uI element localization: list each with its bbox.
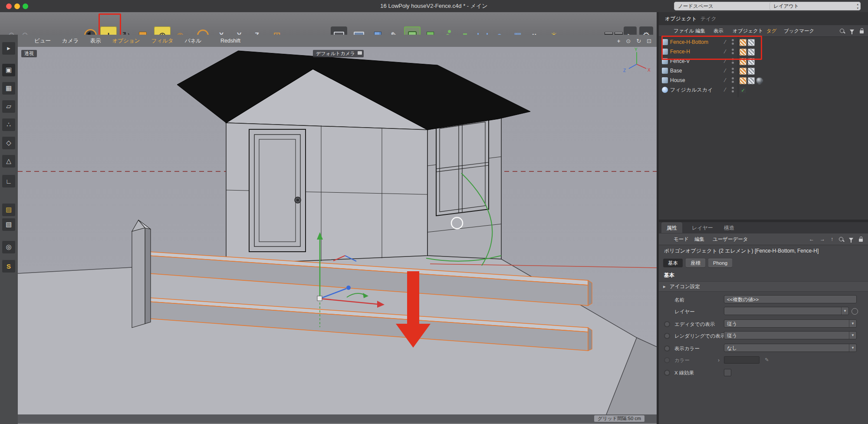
visibility-toggles[interactable] [732, 58, 734, 65]
nodespace-dropdown[interactable]: ノードスペース ▴▾ [674, 2, 776, 10]
object-row[interactable]: Fence-V ⁄ [659, 56, 868, 66]
up-arrow-icon[interactable]: ↑ [831, 233, 833, 245]
uvw-tag-icon[interactable] [748, 49, 755, 56]
material-tag-icon[interactable] [756, 77, 763, 84]
lock-icon[interactable] [859, 239, 863, 242]
display-color-dropdown[interactable]: なし▼ [724, 344, 857, 352]
layer-dropdown[interactable]: ▼ [724, 307, 849, 315]
tab-coordinates[interactable]: 座標 [686, 259, 705, 267]
rotate-view-icon[interactable]: ↻ [636, 38, 641, 44]
object-name[interactable]: Fence-V [670, 56, 690, 66]
am-menu-userdata[interactable]: ユーザーデータ [713, 233, 748, 245]
selection-tag-icon[interactable] [740, 49, 746, 56]
visibility-toggles[interactable] [732, 39, 734, 46]
back-arrow-icon[interactable]: ← [809, 233, 814, 245]
object-row[interactable]: House ⁄ [659, 76, 868, 85]
3d-viewport[interactable]: Y X Z 透視 デフォルトカメラ グリッド間隔:50 cm [18, 47, 657, 424]
viewport-solo-button[interactable]: ◎ [2, 240, 15, 253]
texture-mode-button[interactable]: ▦ [2, 82, 15, 95]
uv-mode-button[interactable]: ▨ [2, 203, 15, 216]
am-menu-mode[interactable]: モード [674, 233, 689, 245]
layer-slash-icon[interactable]: ⁄ [725, 66, 726, 76]
menu-camera[interactable]: カメラ [62, 37, 79, 45]
keyframe-dot-icon[interactable] [664, 370, 670, 376]
menu-filter[interactable]: フィルタ [151, 37, 173, 45]
layer-picker-icon[interactable] [852, 308, 858, 315]
object-row[interactable]: Fence-H-Bottom ⁄ [659, 37, 868, 47]
layer-slash-icon[interactable]: ⁄ [725, 85, 726, 95]
editor-display-dropdown[interactable]: 従う▼ [724, 319, 857, 328]
gizmo-origin[interactable] [317, 296, 322, 301]
filter-icon[interactable] [849, 238, 853, 241]
xray-checkbox[interactable] [724, 369, 731, 376]
am-menu-edit[interactable]: 編集 [694, 233, 704, 245]
layer-slash-icon[interactable]: ⁄ [725, 56, 726, 66]
tab-structure[interactable]: 構造 [719, 222, 740, 233]
uvw-tag-icon[interactable] [748, 39, 755, 46]
selection-tag-icon[interactable] [740, 77, 746, 84]
object-name[interactable]: Base [670, 66, 682, 76]
name-input[interactable]: <<複数の値>> [724, 295, 857, 303]
object-name[interactable]: フィジカルスカイ [670, 85, 713, 95]
visibility-toggles[interactable] [732, 77, 734, 84]
visibility-toggles[interactable] [732, 87, 734, 94]
points-mode-button[interactable]: ∴ [2, 118, 15, 131]
polygons-mode-button[interactable]: △ [2, 154, 15, 168]
om-menu-tags[interactable]: タグ [766, 25, 777, 36]
uvw-tag-icon[interactable] [748, 77, 755, 84]
tab-takes[interactable]: テイク [700, 12, 717, 25]
lock-icon[interactable] [860, 30, 864, 33]
fence-post[interactable] [132, 220, 151, 328]
icon-settings-group[interactable]: ▸ アイコン設定 [659, 281, 868, 292]
om-menu-view[interactable]: 表示 [713, 25, 723, 36]
uvw-tag-icon[interactable] [748, 68, 755, 75]
om-menu-objects[interactable]: オブジェクト [733, 25, 763, 36]
om-menu-bookmarks[interactable]: ブックマーク [784, 25, 814, 36]
layer-slash-icon[interactable]: ⁄ [725, 76, 726, 85]
edges-mode-button[interactable]: ◇ [2, 136, 15, 149]
workplane-mode-button[interactable]: ▱ [2, 100, 15, 113]
menu-view[interactable]: ビュー [34, 37, 51, 45]
render-display-dropdown[interactable]: 従う▼ [724, 331, 857, 339]
visibility-toggles[interactable] [732, 49, 734, 56]
maximize-view-icon[interactable]: ⊡ [647, 38, 651, 44]
search-icon[interactable] [839, 237, 843, 241]
search-icon[interactable] [840, 29, 844, 33]
object-row[interactable]: Base ⁄ [659, 66, 868, 76]
tab-phong[interactable]: Phong [708, 259, 732, 267]
keyframe-dot-icon[interactable] [664, 345, 670, 352]
snap-toggle-button[interactable]: S [2, 260, 15, 273]
pan-view-icon[interactable]: + [617, 38, 621, 44]
selection-tag-icon[interactable] [740, 39, 746, 46]
object-name[interactable]: Fence-H-Bottom [670, 37, 708, 47]
model-mode-button[interactable]: ▣ [2, 63, 15, 76]
layer-slash-icon[interactable]: ⁄ [725, 37, 726, 47]
tab-layers[interactable]: レイヤー [687, 222, 718, 233]
om-menu-file[interactable]: ファイル [674, 25, 694, 36]
visibility-toggles[interactable] [732, 68, 734, 75]
object-row[interactable]: Fence-H ⁄ [659, 47, 868, 56]
object-name[interactable]: Fence-H [670, 47, 690, 56]
keyframe-dot-icon[interactable] [664, 321, 670, 327]
tab-attributes[interactable]: 属性 [661, 222, 682, 233]
uvw-tag-icon[interactable] [748, 58, 755, 65]
menu-display[interactable]: 表示 [90, 37, 101, 45]
menu-panel[interactable]: パネル [185, 37, 201, 45]
zoom-view-icon[interactable]: ⊙ [626, 38, 631, 44]
tab-objects[interactable]: オブジェクト [665, 12, 697, 25]
forward-arrow-icon[interactable]: → [820, 233, 825, 245]
selection-arrow-mode-button[interactable]: ▸ [2, 42, 15, 55]
selection-tag-icon[interactable] [740, 58, 746, 65]
workplane-lock-button[interactable]: ▧ [2, 218, 15, 231]
keyframe-dot-icon[interactable] [664, 333, 670, 339]
viewport-canvas[interactable]: Y X Z [18, 47, 657, 414]
collapse-arrow-icon[interactable]: ▸ [663, 284, 666, 289]
object-name[interactable]: House [670, 76, 685, 85]
object-row[interactable]: フィジカルスカイ ⁄ ✓ [659, 85, 868, 95]
camera-label[interactable]: デフォルトカメラ [313, 50, 364, 57]
menu-options[interactable]: オプション [112, 37, 140, 45]
layer-slash-icon[interactable]: ⁄ [725, 47, 726, 56]
layout-dropdown[interactable]: レイアウト ▴▾ [769, 2, 861, 10]
enabled-check-icon[interactable]: ✓ [740, 87, 746, 94]
tab-basic[interactable]: 基本 [663, 259, 683, 267]
